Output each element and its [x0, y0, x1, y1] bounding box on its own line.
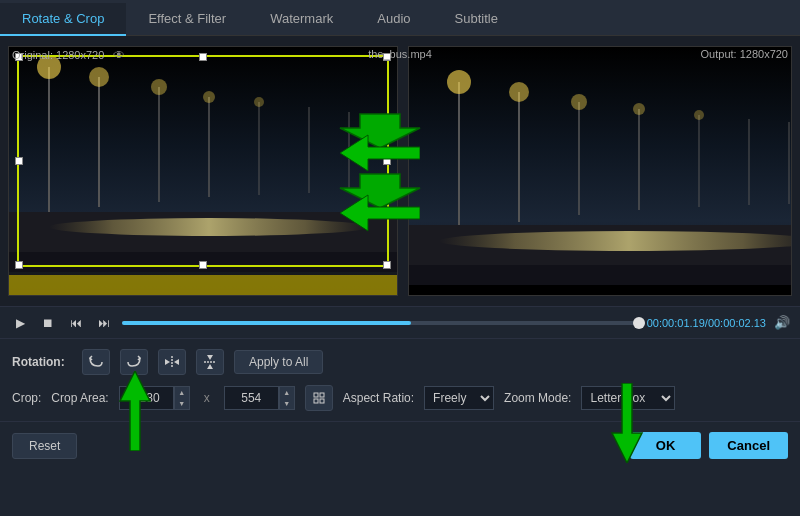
aspect-ratio-select[interactable]: Freely 16:9 4:3 1:1: [424, 386, 494, 410]
rotation-row: Rotation:: [12, 349, 788, 375]
tab-rotate-crop[interactable]: Rotate & Crop: [0, 3, 126, 36]
filename-label: the_bus.mp4: [368, 48, 432, 60]
crop-handle-mr[interactable]: [383, 157, 391, 165]
crop-handle-bl[interactable]: [15, 261, 23, 269]
crop-handle-br[interactable]: [383, 261, 391, 269]
crop-width-up[interactable]: ▲: [175, 387, 189, 398]
crop-width-down[interactable]: ▼: [175, 398, 189, 409]
yellow-bar: [9, 275, 397, 295]
svg-rect-47: [320, 399, 324, 403]
reset-button[interactable]: Reset: [12, 433, 77, 459]
crop-width-group: ▲ ▼: [119, 386, 190, 410]
tab-effect-filter[interactable]: Effect & Filter: [126, 3, 248, 36]
tab-bar: Rotate & Crop Effect & Filter Watermark …: [0, 0, 800, 36]
svg-point-27: [571, 94, 587, 110]
output-label: Output: 1280x720: [701, 48, 788, 60]
crop-width-spinner: ▲ ▼: [174, 386, 190, 410]
svg-marker-39: [165, 359, 170, 365]
svg-marker-40: [174, 359, 179, 365]
svg-point-26: [509, 82, 529, 102]
crop-height-input[interactable]: [224, 386, 279, 410]
original-label: Original: 1280x720 👁: [12, 48, 125, 62]
progress-thumb: [633, 317, 645, 329]
stop-button[interactable]: ⏹: [38, 313, 58, 333]
prev-frame-button[interactable]: ⏮: [66, 313, 86, 333]
crop-width-input[interactable]: [119, 386, 174, 410]
flip-vertical-button[interactable]: [196, 349, 224, 375]
time-display: 00:00:01.19/00:00:02.13: [647, 317, 766, 329]
crop-handle-tm[interactable]: [199, 53, 207, 61]
crop-height-spinner: ▲ ▼: [279, 386, 295, 410]
svg-marker-42: [207, 355, 213, 360]
crop-height-down[interactable]: ▼: [280, 398, 294, 409]
rotate-left-button[interactable]: [82, 349, 110, 375]
tab-subtitle[interactable]: Subtitle: [433, 3, 520, 36]
progress-bar[interactable]: [122, 321, 639, 325]
svg-rect-45: [320, 393, 324, 397]
apply-to-all-button[interactable]: Apply to All: [234, 350, 323, 374]
right-buttons: OK Cancel: [630, 432, 788, 459]
svg-rect-46: [314, 399, 318, 403]
rotate-right-button[interactable]: [120, 349, 148, 375]
crop-handle-ml[interactable]: [15, 157, 23, 165]
svg-rect-32: [409, 265, 791, 285]
eye-icon[interactable]: 👁: [113, 48, 125, 62]
crop-row: Crop: Crop Area: ▲ ▼ x ▲ ▼: [12, 385, 788, 411]
controls-section: Rotation:: [0, 338, 800, 421]
tab-audio[interactable]: Audio: [355, 3, 432, 36]
tab-watermark[interactable]: Watermark: [248, 3, 355, 36]
svg-point-25: [447, 70, 471, 94]
volume-icon[interactable]: 🔊: [774, 315, 790, 330]
flip-horizontal-button[interactable]: [158, 349, 186, 375]
svg-point-28: [633, 103, 645, 115]
video-section: Original: 1280x720 👁 the_bus.mp4 Output:…: [0, 36, 800, 306]
video-panel-left: [8, 46, 398, 296]
crop-height-up[interactable]: ▲: [280, 387, 294, 398]
svg-rect-33: [409, 285, 791, 295]
crop-overlay[interactable]: [17, 55, 389, 267]
ok-button[interactable]: OK: [630, 432, 702, 459]
play-button[interactable]: ▶: [10, 313, 30, 333]
video-panel-right: [408, 46, 792, 296]
crop-label: Crop:: [12, 391, 41, 405]
aspect-label: Aspect Ratio:: [343, 391, 414, 405]
svg-rect-44: [314, 393, 318, 397]
next-frame-button[interactable]: ⏭: [94, 313, 114, 333]
progress-fill: [122, 321, 411, 325]
times-symbol: x: [200, 391, 214, 405]
playback-bar: ▶ ⏹ ⏮ ⏭ 00:00:01.19/00:00:02.13 🔊: [0, 306, 800, 338]
svg-marker-43: [207, 364, 213, 369]
video-bg-right: [409, 47, 791, 295]
crop-handle-bm[interactable]: [199, 261, 207, 269]
zoom-label: Zoom Mode:: [504, 391, 571, 405]
crop-height-group: ▲ ▼: [224, 386, 295, 410]
center-position-button[interactable]: [305, 385, 333, 411]
cancel-button[interactable]: Cancel: [709, 432, 788, 459]
svg-point-29: [694, 110, 704, 120]
crop-area-label: Crop Area:: [51, 391, 108, 405]
bottom-row: Reset OK Cancel: [0, 421, 800, 469]
rotation-label: Rotation:: [12, 355, 72, 369]
zoom-mode-select[interactable]: Letter Box Pan & Scan Full: [581, 386, 675, 410]
